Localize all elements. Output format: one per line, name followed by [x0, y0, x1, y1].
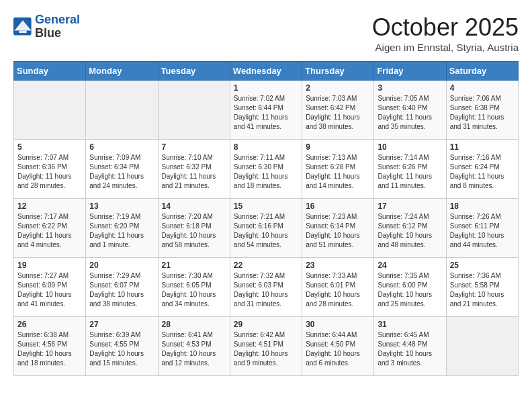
weekday-header-friday: Friday [374, 62, 446, 81]
day-number: 21 [162, 261, 226, 270]
weekday-header-saturday: Saturday [446, 62, 518, 81]
day-info: Sunrise: 7:17 AM Sunset: 6:22 PM Dayligh… [17, 212, 82, 250]
weekday-header-thursday: Thursday [302, 62, 374, 81]
weekday-header-sunday: Sunday [14, 62, 86, 81]
location-subtitle: Aigen im Ennstal, Styria, Austria [372, 42, 519, 53]
day-number: 5 [17, 142, 82, 152]
day-number: 10 [378, 142, 442, 152]
day-number: 23 [306, 261, 370, 270]
day-info: Sunrise: 7:36 AM Sunset: 5:58 PM Dayligh… [450, 271, 515, 309]
calendar-cell: 20Sunrise: 7:29 AM Sunset: 6:07 PM Dayli… [86, 258, 158, 317]
day-info: Sunrise: 7:03 AM Sunset: 6:42 PM Dayligh… [306, 94, 370, 132]
day-number: 31 [378, 320, 442, 329]
calendar-table: SundayMondayTuesdayWednesdayThursdayFrid… [13, 61, 519, 376]
calendar-cell [14, 81, 86, 140]
weekday-header-tuesday: Tuesday [158, 62, 230, 81]
day-number: 18 [450, 201, 515, 211]
calendar-cell: 17Sunrise: 7:24 AM Sunset: 6:12 PM Dayli… [374, 199, 446, 258]
day-info: Sunrise: 6:42 AM Sunset: 4:51 PM Dayligh… [234, 330, 298, 368]
calendar-cell [446, 317, 518, 376]
logo-line1: General [35, 13, 80, 27]
day-number: 27 [89, 320, 154, 329]
day-number: 14 [162, 201, 226, 211]
calendar-cell: 5Sunrise: 7:07 AM Sunset: 6:36 PM Daylig… [14, 140, 86, 199]
calendar-cell: 11Sunrise: 7:16 AM Sunset: 6:24 PM Dayli… [446, 140, 518, 199]
logo-icon [13, 17, 32, 36]
day-info: Sunrise: 7:26 AM Sunset: 6:11 PM Dayligh… [450, 212, 515, 250]
day-info: Sunrise: 7:02 AM Sunset: 6:44 PM Dayligh… [234, 94, 298, 132]
calendar-week-3: 12Sunrise: 7:17 AM Sunset: 6:22 PM Dayli… [14, 199, 519, 258]
day-info: Sunrise: 7:20 AM Sunset: 6:18 PM Dayligh… [162, 212, 226, 250]
day-info: Sunrise: 7:35 AM Sunset: 6:00 PM Dayligh… [378, 271, 442, 309]
calendar-cell: 9Sunrise: 7:13 AM Sunset: 6:28 PM Daylig… [302, 140, 374, 199]
calendar-week-2: 5Sunrise: 7:07 AM Sunset: 6:36 PM Daylig… [14, 140, 519, 199]
day-number: 25 [450, 261, 515, 270]
calendar-cell [158, 81, 230, 140]
day-info: Sunrise: 7:23 AM Sunset: 6:14 PM Dayligh… [306, 212, 370, 250]
weekday-header-wednesday: Wednesday [230, 62, 302, 81]
calendar-cell: 26Sunrise: 6:38 AM Sunset: 4:56 PM Dayli… [14, 317, 86, 376]
calendar-cell: 18Sunrise: 7:26 AM Sunset: 6:11 PM Dayli… [446, 199, 518, 258]
day-number: 28 [162, 320, 226, 329]
day-number: 8 [234, 142, 298, 152]
weekday-header-row: SundayMondayTuesdayWednesdayThursdayFrid… [14, 62, 519, 81]
day-info: Sunrise: 6:38 AM Sunset: 4:56 PM Dayligh… [17, 330, 82, 368]
day-info: Sunrise: 7:29 AM Sunset: 6:07 PM Dayligh… [89, 271, 154, 309]
calendar-cell: 16Sunrise: 7:23 AM Sunset: 6:14 PM Dayli… [302, 199, 374, 258]
calendar-cell: 12Sunrise: 7:17 AM Sunset: 6:22 PM Dayli… [14, 199, 86, 258]
day-number: 3 [378, 83, 442, 93]
calendar-week-4: 19Sunrise: 7:27 AM Sunset: 6:09 PM Dayli… [14, 258, 519, 317]
day-number: 30 [306, 320, 370, 329]
calendar-week-1: 1Sunrise: 7:02 AM Sunset: 6:44 PM Daylig… [14, 81, 519, 140]
day-number: 24 [378, 261, 442, 270]
day-number: 16 [306, 201, 370, 211]
day-number: 20 [89, 261, 154, 270]
calendar-body: 1Sunrise: 7:02 AM Sunset: 6:44 PM Daylig… [14, 81, 519, 376]
day-number: 7 [162, 142, 226, 152]
calendar-cell: 22Sunrise: 7:32 AM Sunset: 6:03 PM Dayli… [230, 258, 302, 317]
calendar-cell [86, 81, 158, 140]
day-number: 2 [306, 83, 370, 93]
calendar-cell: 27Sunrise: 6:39 AM Sunset: 4:55 PM Dayli… [86, 317, 158, 376]
page-header: General Blue October 2025 Aigen im Ennst… [13, 13, 519, 53]
day-info: Sunrise: 7:09 AM Sunset: 6:34 PM Dayligh… [89, 153, 154, 191]
day-info: Sunrise: 7:07 AM Sunset: 6:36 PM Dayligh… [17, 153, 82, 191]
day-number: 15 [234, 201, 298, 211]
day-number: 29 [234, 320, 298, 329]
calendar-cell: 3Sunrise: 7:05 AM Sunset: 6:40 PM Daylig… [374, 81, 446, 140]
day-info: Sunrise: 7:06 AM Sunset: 6:38 PM Dayligh… [450, 94, 515, 132]
day-info: Sunrise: 6:39 AM Sunset: 4:55 PM Dayligh… [89, 330, 154, 368]
day-info: Sunrise: 7:33 AM Sunset: 6:01 PM Dayligh… [306, 271, 370, 309]
title-block: October 2025 Aigen im Ennstal, Styria, A… [372, 13, 519, 53]
calendar-cell: 15Sunrise: 7:21 AM Sunset: 6:16 PM Dayli… [230, 199, 302, 258]
day-info: Sunrise: 7:19 AM Sunset: 6:20 PM Dayligh… [89, 212, 154, 250]
day-number: 4 [450, 83, 515, 93]
calendar-cell: 7Sunrise: 7:10 AM Sunset: 6:32 PM Daylig… [158, 140, 230, 199]
calendar-cell: 24Sunrise: 7:35 AM Sunset: 6:00 PM Dayli… [374, 258, 446, 317]
day-info: Sunrise: 7:24 AM Sunset: 6:12 PM Dayligh… [378, 212, 442, 250]
calendar-cell: 10Sunrise: 7:14 AM Sunset: 6:26 PM Dayli… [374, 140, 446, 199]
day-info: Sunrise: 7:05 AM Sunset: 6:40 PM Dayligh… [378, 94, 442, 132]
day-number: 6 [89, 142, 154, 152]
day-info: Sunrise: 7:13 AM Sunset: 6:28 PM Dayligh… [306, 153, 370, 191]
calendar-cell: 13Sunrise: 7:19 AM Sunset: 6:20 PM Dayli… [86, 199, 158, 258]
day-info: Sunrise: 6:45 AM Sunset: 4:48 PM Dayligh… [378, 330, 442, 368]
day-info: Sunrise: 6:41 AM Sunset: 4:53 PM Dayligh… [162, 330, 226, 368]
day-info: Sunrise: 7:16 AM Sunset: 6:24 PM Dayligh… [450, 153, 515, 191]
calendar-cell: 30Sunrise: 6:44 AM Sunset: 4:50 PM Dayli… [302, 317, 374, 376]
calendar-cell: 6Sunrise: 7:09 AM Sunset: 6:34 PM Daylig… [86, 140, 158, 199]
calendar-cell: 1Sunrise: 7:02 AM Sunset: 6:44 PM Daylig… [230, 81, 302, 140]
day-info: Sunrise: 7:14 AM Sunset: 6:26 PM Dayligh… [378, 153, 442, 191]
day-info: Sunrise: 7:10 AM Sunset: 6:32 PM Dayligh… [162, 153, 226, 191]
day-number: 13 [89, 201, 154, 211]
calendar-cell: 2Sunrise: 7:03 AM Sunset: 6:42 PM Daylig… [302, 81, 374, 140]
calendar-cell: 31Sunrise: 6:45 AM Sunset: 4:48 PM Dayli… [374, 317, 446, 376]
day-number: 19 [17, 261, 82, 270]
calendar-cell: 25Sunrise: 7:36 AM Sunset: 5:58 PM Dayli… [446, 258, 518, 317]
logo: General Blue [13, 13, 80, 40]
calendar-cell: 19Sunrise: 7:27 AM Sunset: 6:09 PM Dayli… [14, 258, 86, 317]
day-info: Sunrise: 7:32 AM Sunset: 6:03 PM Dayligh… [234, 271, 298, 309]
day-number: 1 [234, 83, 298, 93]
logo-line2: Blue [35, 27, 80, 40]
day-number: 26 [17, 320, 82, 329]
